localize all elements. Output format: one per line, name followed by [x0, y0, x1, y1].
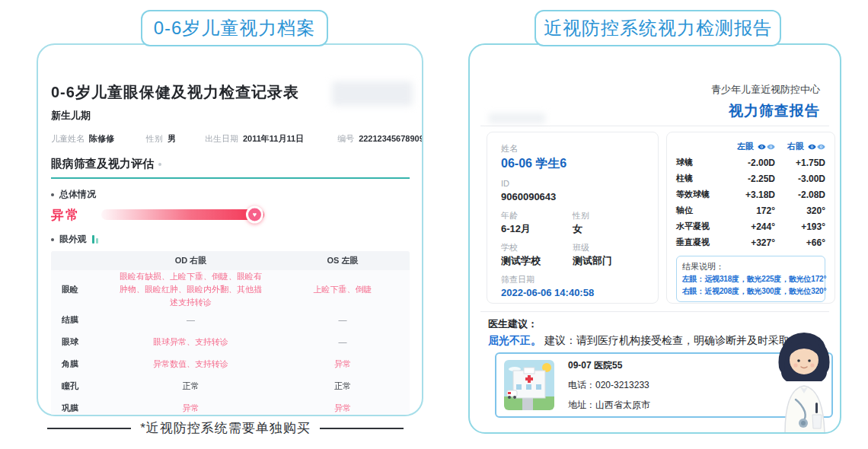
school-label: 学校: [501, 243, 573, 253]
od-cell: 异常数值、支持转诊: [106, 358, 276, 371]
right-eye-column-header: 右眼: [775, 141, 825, 152]
measure-label: 柱镜: [676, 173, 725, 184]
section-mark: [158, 163, 161, 166]
os-cell: —: [276, 336, 410, 349]
left-eye-label: 左眼: [737, 142, 754, 151]
row-label: 结膜: [51, 314, 106, 326]
report-header: 青少年儿童近视防控中心 视力筛查报告: [711, 83, 820, 121]
hospital-name: 09-07 医院55: [568, 359, 650, 372]
gender-label: 性别: [573, 211, 644, 221]
row-label: 角膜: [51, 358, 106, 370]
eye-exam-table-body: 眼睑 眼睑有缺损、上睑下垂、倒睫、眼睑有肿物、眼睑红肿、眼睑内外翻、其他描述支持…: [51, 270, 410, 416]
record-number-value: 22212345678909876: [359, 134, 423, 143]
name-field: 姓名 06-06 学生6: [501, 144, 644, 170]
diagnosis-value: 屈光不正。: [488, 334, 541, 346]
left-eye-value: -2.00D: [725, 158, 775, 168]
footnote: *近视防控系统需要单独购买: [0, 419, 451, 437]
right-eye-value: -3.00D: [775, 174, 825, 184]
eye-icon: [758, 144, 775, 150]
abnormal-indicator-bar: ♥: [101, 209, 264, 220]
od-cell: —: [106, 314, 276, 326]
result-note-left-eye: 左眼：远视318度，散光225度，散光位172°: [682, 273, 819, 285]
left-eye-value: +3.18D: [725, 189, 775, 200]
name-label: 姓名: [501, 144, 644, 154]
table-row: 眼球 眼球异常、支持转诊 —: [51, 331, 410, 353]
od-cell: 眼睑有缺损、上睑下垂、倒睫、眼睑有肿物、眼睑红肿、眼睑内外翻、其他描述支持转诊: [106, 270, 276, 309]
right-eye-value: +66°: [775, 237, 825, 248]
divider: [480, 311, 829, 312]
table-row: 巩膜 异常 异常: [51, 397, 410, 416]
right-eye-value: -2.08D: [775, 189, 825, 200]
age-value: 6-12月: [501, 223, 573, 234]
result-note-box: 结果说明： 左眼：远视318度，散光225度，散光位172° 右眼：近视208度…: [676, 256, 825, 302]
row-label: 巩膜: [51, 403, 106, 414]
footnote-line-left: [47, 428, 131, 429]
measure-row: 等效球镜 +3.18D -2.08D: [676, 186, 825, 202]
age-gender-row: 年龄 6-12月 性别 女: [501, 211, 644, 234]
od-cell: 正常: [106, 380, 276, 393]
measure-label: 轴位: [676, 205, 725, 216]
result-note-right-eye: 右眼：近视208度，散光300度，散光位320°: [682, 285, 819, 298]
gender-label: 性别: [146, 134, 163, 143]
left-eye-column-header: 左眼: [725, 141, 775, 152]
eye-exam-table-header: OD 右眼 OS 左眼: [51, 251, 410, 270]
record-number-field: 编号22212345678909876: [337, 133, 423, 145]
screening-date-label: 筛查日期: [501, 275, 644, 285]
id-label: ID: [501, 179, 644, 189]
right-panel-badge: 近视防控系统视力检测报告: [535, 10, 781, 46]
gender-value: 男: [168, 134, 176, 143]
overall-status-row: 总体情况: [51, 188, 410, 201]
measure-row: 柱镜 -2.25D -3.00D: [676, 170, 825, 186]
right-eye-value: +1.75D: [775, 158, 825, 168]
vision-archive-card: 0-6岁儿童眼保健及视力检查记录表 新生儿期 儿童姓名陈修修 性别男 出生日期2…: [37, 43, 423, 416]
birthdate-field: 出生日期2011年11月11日: [205, 133, 304, 145]
eye-appearance-label: 眼外观: [59, 233, 87, 246]
header-os-left-eye: OS 左眼: [276, 254, 410, 267]
right-eye-label: 右眼: [787, 142, 804, 151]
gender-field: 性别男: [146, 133, 176, 145]
page: 0-6岁儿童视力档案 0-6岁儿童眼保健及视力检查记录表 新生儿期 儿童姓名陈修…: [0, 0, 868, 449]
measure-row: 水平凝视 +244° +193°: [676, 218, 825, 234]
class-field: 班级 测试部门: [573, 243, 644, 266]
divider: [480, 126, 829, 126]
measure-label: 球镜: [676, 157, 725, 168]
doctor-illustration: [765, 330, 841, 433]
record-stage: 新生儿期: [51, 110, 410, 121]
class-value: 测试部门: [573, 255, 644, 266]
record-number-label: 编号: [337, 134, 354, 143]
age-label: 年龄: [501, 211, 573, 221]
measure-row: 垂直凝视 +327° +66°: [676, 234, 825, 250]
measure-row: 轴位 172° 320°: [676, 202, 825, 218]
table-row: 瞳孔 正常 正常: [51, 375, 410, 397]
age-field: 年龄 6-12月: [501, 211, 573, 234]
bullet-dot: [51, 193, 54, 196]
measurements-card: 左眼 右眼 球镜 -2.00D +1.75D: [666, 132, 835, 304]
id-value: 9060090643: [501, 191, 644, 202]
overall-status-label: 总体情况: [59, 188, 96, 201]
birthdate-label: 出生日期: [205, 134, 238, 143]
child-name-field: 儿童姓名陈修修: [51, 133, 114, 145]
school-class-row: 学校 测试学校 班级 测试部门: [501, 243, 644, 266]
measure-row: 球镜 -2.00D +1.75D: [676, 154, 825, 170]
vision-archive-content: 0-6岁儿童眼保健及视力检查记录表 新生儿期 儿童姓名陈修修 性别男 出生日期2…: [38, 45, 422, 416]
left-eye-value: +327°: [725, 237, 775, 248]
od-cell: 异常: [106, 402, 276, 415]
mini-bars-icon: [92, 235, 98, 244]
table-row: 眼睑 眼睑有缺损、上睑下垂、倒睫、眼睑有肿物、眼睑红肿、眼睑内外翻、其他描述支持…: [51, 270, 410, 309]
screening-report-card: 青少年儿童近视防控中心 视力筛查报告 姓名 06-06 学生6 ID 90600…: [468, 43, 841, 434]
row-label: 眼睑: [51, 284, 106, 295]
eye-exam-table: OD 右眼 OS 左眼 眼睑 眼睑有缺损、上睑下垂、倒睫、眼睑有肿物、眼睑红肿、…: [51, 251, 410, 416]
os-cell: 异常: [276, 358, 410, 371]
overall-abnormal-value: 异常: [51, 206, 80, 224]
right-eye-value: +193°: [775, 221, 825, 232]
gender-field: 性别 女: [573, 211, 644, 234]
patient-info-card: 姓名 06-06 学生6 ID 9060090643 年龄 6-12月 性别 女: [487, 132, 659, 304]
child-name-value: 陈修修: [89, 134, 114, 143]
left-panel-badge: 0-6岁儿童视力档案: [141, 10, 328, 46]
measure-label: 水平凝视: [676, 221, 725, 232]
class-label: 班级: [573, 243, 644, 253]
faint-watermark: [489, 113, 545, 123]
record-info-row: 儿童姓名陈修修 性别男 出生日期2011年11月11日 编号2221234567…: [51, 133, 410, 145]
gender-value: 女: [573, 223, 644, 234]
os-cell: —: [276, 314, 410, 326]
